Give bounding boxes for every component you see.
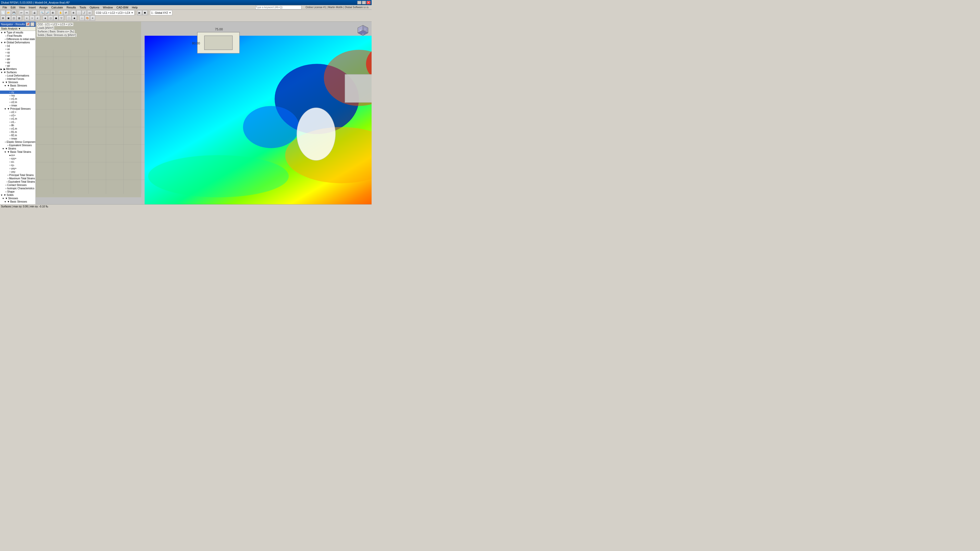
render-solid-btn[interactable]: ◆ — [72, 16, 77, 21]
undo-button[interactable]: ↩ — [19, 10, 24, 15]
calc-button[interactable]: ▶ — [137, 10, 142, 15]
tree-item-28[interactable]: ○θh — [0, 124, 35, 127]
tree-item-48[interactable]: ○Shape — [0, 190, 35, 193]
axis-z-btn[interactable]: Z — [35, 16, 40, 21]
tree-item-1[interactable]: ○Final Results — [0, 34, 35, 38]
tree-item-52[interactable]: ○σx — [0, 203, 35, 204]
tree-item-30[interactable]: ○θ1.m — [0, 130, 35, 134]
result-legend-btn[interactable]: ≡ — [90, 16, 95, 21]
maximize-button[interactable]: □ — [362, 1, 366, 4]
tree-item-5[interactable]: ○ux — [0, 48, 35, 51]
open-button[interactable]: 📂 — [6, 10, 11, 15]
view-combo-dropdown[interactable]: 1 - Global XYZ ▼ — [150, 10, 172, 15]
tree-item-6[interactable]: ○uy — [0, 51, 35, 54]
menu-insert[interactable]: Insert — [27, 6, 37, 9]
tree-item-43[interactable]: ○Principal Total Strains — [0, 173, 35, 177]
tree-item-19[interactable]: ○τxy — [0, 94, 35, 97]
tree-item-37[interactable]: ●εx+ — [0, 154, 35, 157]
redo-button[interactable]: ↪ — [24, 10, 29, 15]
tree-item-12[interactable]: ▼▼Surfaces — [0, 71, 35, 74]
tree-item-25[interactable]: ○σ1+ — [0, 114, 35, 117]
tree-item-26[interactable]: ○σ1.m — [0, 117, 35, 121]
pan-button[interactable]: ✋ — [58, 10, 63, 15]
tree-item-29[interactable]: ○σ1.m — [0, 127, 35, 130]
line-button[interactable]: ╱ — [82, 10, 87, 15]
display-btn-1[interactable]: ⊞ — [0, 16, 6, 21]
zoom-out-button[interactable]: 🔎 — [45, 10, 50, 15]
viewport[interactable]: 75.00 80.00 +0.06 0.00 -0.10 CO2 - LC1 +… — [36, 22, 372, 204]
nav-pin-button[interactable]: 📌 — [26, 22, 30, 26]
render-wire-btn[interactable]: ⬚ — [66, 16, 72, 21]
print-button[interactable]: 🖨 — [32, 10, 37, 15]
tree-item-34[interactable]: ○Equivalent Stresses — [0, 144, 35, 147]
select-button[interactable]: ⊕ — [71, 10, 76, 15]
nav-close-button[interactable]: ✕ — [30, 22, 35, 26]
orientation-cube[interactable]: X Y Z — [355, 23, 371, 38]
tree-item-49[interactable]: ▼▼Solids — [0, 193, 35, 197]
tree-item-11[interactable]: ▶▶Members — [0, 67, 35, 71]
tree-item-15[interactable]: ▼▼Stresses — [0, 81, 35, 84]
result-scale-btn[interactable]: ↕ — [80, 16, 84, 21]
menu-file[interactable]: File — [1, 6, 9, 9]
tree-item-51[interactable]: ▼▼Basic Stresses — [0, 200, 35, 203]
tree-item-22[interactable]: ○τmax — [0, 104, 35, 107]
menu-assign[interactable]: Assign — [38, 6, 49, 9]
menu-window[interactable]: Window — [101, 6, 115, 9]
new-button[interactable]: 📄 — [0, 10, 6, 15]
tree-item-21[interactable]: ○σ2.m — [0, 100, 35, 104]
menu-tools[interactable]: Tools — [78, 6, 88, 9]
rotate-button[interactable]: ↺ — [63, 10, 68, 15]
tree-item-3[interactable]: ▼▼Global Deformations — [0, 41, 35, 44]
menu-results[interactable]: Results — [65, 6, 78, 9]
axis-y-btn[interactable]: Y — [30, 16, 35, 21]
tree-item-36[interactable]: ▼▼Basic Total Strains — [0, 150, 35, 154]
tree-item-50[interactable]: ▼▼Stresses — [0, 197, 35, 200]
stop-button[interactable]: ⏹ — [142, 10, 148, 15]
tree-item-2[interactable]: ○Differences to initial state — [0, 38, 35, 41]
menu-help[interactable]: Help — [130, 6, 139, 9]
tree-item-8[interactable]: ○φx — [0, 57, 35, 61]
tree-item-45[interactable]: ○Equivalent Total Strains — [0, 180, 35, 183]
nav-dropdown[interactable]: Static Analysis ▼ — [0, 27, 35, 31]
tree-item-18[interactable]: ○σy — [0, 91, 35, 94]
tree-item-35[interactable]: ▼▼Strains — [0, 147, 35, 150]
zoom-all-button[interactable]: ⊞ — [50, 10, 56, 15]
tree-item-23[interactable]: ▼▼Principal Stresses — [0, 107, 35, 110]
tree-item-44[interactable]: ○Maximum Total Strains — [0, 177, 35, 180]
tree-item-20[interactable]: ○σ1.m — [0, 97, 35, 100]
load-combo-dropdown[interactable]: CO2: LC1 + LC2 + LC3 + LC4 ▼ — [95, 10, 135, 15]
tree-item-32[interactable]: ○τmax — [0, 137, 35, 140]
display-btn-3[interactable]: ◫ — [11, 16, 16, 21]
tree-item-41[interactable]: ○γxy+ — [0, 167, 35, 170]
menu-view[interactable]: View — [18, 6, 27, 9]
tree-item-31[interactable]: ○θ2.m — [0, 134, 35, 137]
tree-item-39[interactable]: ○εx- — [0, 160, 35, 164]
tree-item-9[interactable]: ○φy — [0, 61, 35, 64]
front-view-btn[interactable]: ◻ — [48, 16, 53, 21]
tree-item-4[interactable]: ○|u| — [0, 44, 35, 48]
display-btn-2[interactable]: ▣ — [6, 16, 11, 21]
top-view-btn[interactable]: ▽ — [59, 16, 64, 21]
tree-item-16[interactable]: ▼▼Basic Stresses — [0, 84, 35, 87]
search-input[interactable] — [256, 5, 301, 10]
menu-options[interactable]: Options — [88, 6, 101, 9]
tree-item-27[interactable]: ○σ1.- — [0, 121, 35, 124]
tree-item-24[interactable]: ○σ2.+ — [0, 110, 35, 114]
tree-item-0[interactable]: ▼▼Type of results — [0, 31, 35, 34]
display-btn-4[interactable]: ▥ — [17, 16, 22, 21]
node-button[interactable]: · — [76, 10, 81, 15]
tree-item-7[interactable]: ○uz — [0, 54, 35, 57]
save-button[interactable]: 💾 — [11, 10, 16, 15]
close-button[interactable]: ✕ — [366, 1, 371, 4]
tree-item-14[interactable]: ○Internal Forces — [0, 77, 35, 81]
tree-item-13[interactable]: ○Local Deformations — [0, 74, 35, 77]
zoom-in-button[interactable]: 🔍 — [40, 10, 45, 15]
menu-edit[interactable]: Edit — [9, 6, 17, 9]
tree-item-38[interactable]: ○εyy+ — [0, 157, 35, 160]
tree-item-10[interactable]: ○φz — [0, 64, 35, 67]
tree-item-47[interactable]: ○Isotropic Characteristics — [0, 187, 35, 190]
tree-item-46[interactable]: ○Contact Stresses — [0, 183, 35, 187]
tree-item-17[interactable]: ○σx — [0, 87, 35, 91]
surface-button[interactable]: ▭ — [87, 10, 92, 15]
menu-cad-bim[interactable]: CAD-BIM — [115, 6, 130, 9]
